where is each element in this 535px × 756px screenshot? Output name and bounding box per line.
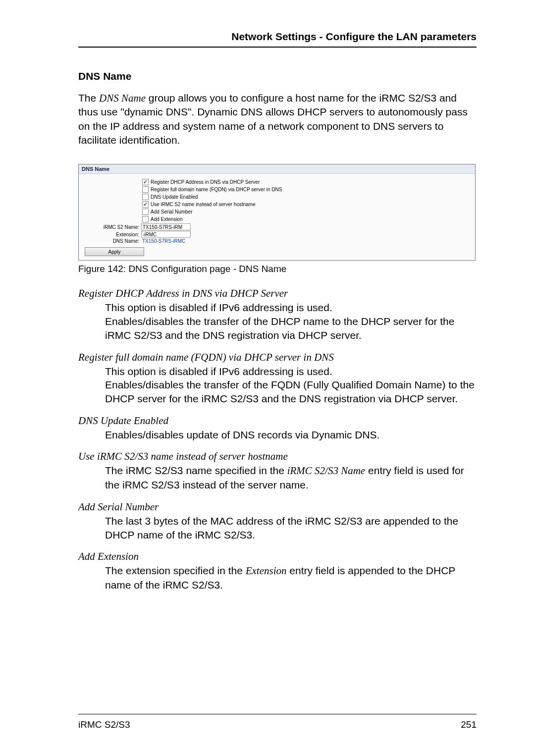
dns-name-label: DNS Name: [82,238,141,244]
definition-body: This option is disabled if IPv6 addressi… [105,301,477,342]
checkbox[interactable] [142,186,149,193]
checkbox[interactable] [142,194,149,200]
option-row: Register DHCP Address in DNS via DHCP Se… [82,179,472,185]
header-rule [78,47,477,48]
option-row: Register full domain name (FQDN) via DHC… [82,186,472,193]
apply-button[interactable]: Apply [85,247,144,256]
definition-body: The extension specified in the Extension… [105,564,477,592]
irmc-name-row: iRMC S2 Name: [82,223,472,230]
option-row: Add Extension [82,216,472,222]
definition-term: DNS Update Enabled [78,415,477,427]
definition-term: Use iRMC S2/S3 name instead of server ho… [78,450,477,463]
intro-term: DNS Name [99,92,146,104]
panel-title: DNS Name [79,164,475,174]
option-row: Add Serial Number [82,209,472,215]
irmc-name-label: iRMC S2 Name: [82,224,141,230]
definition-body: The last 3 bytes of the MAC address of t… [105,514,477,541]
page-header-title: Network Settings - Configure the LAN par… [78,31,477,47]
definition-body: This option is disabled if IPv6 addressi… [105,365,477,406]
definition-term: Add Serial Number [78,501,477,513]
checkbox[interactable] [142,216,149,222]
checkbox[interactable] [142,179,149,185]
panel-content: Register DHCP Address in DNS via DHCP Se… [79,174,475,260]
footer-page-number: 251 [461,719,477,730]
checkbox[interactable] [142,201,149,208]
definition-body: Enables/disables update of DNS records v… [105,428,477,442]
option-row: DNS Update Enabled [82,194,472,200]
dns-name-panel: DNS Name Register DHCP Address in DNS vi… [78,164,476,261]
dns-name-row: DNS Name: TX150-S7RS-iRMC [82,238,472,244]
option-label: Add Serial Number [151,209,192,215]
intro-pre: The [78,92,99,104]
footer-left: iRMC S2/S3 [78,719,130,730]
intro-paragraph: The DNS Name group allows you to configu… [78,91,477,147]
footer-rule [78,714,477,714]
figure-caption: Figure 142: DNS Configuration page - DNS… [78,264,477,274]
extension-row: Extension: [82,231,472,238]
definition-term: Register DHCP Address in DNS via DHCP Se… [78,287,477,300]
option-label: Register DHCP Address in DNS via DHCP Se… [151,179,260,185]
option-row: Use iRMC S2 name instead of server hostn… [82,201,472,208]
checkbox[interactable] [142,209,149,215]
option-label: Add Extension [151,216,183,222]
page-footer: iRMC S2/S3 251 [78,714,477,730]
option-label: DNS Update Enabled [151,194,198,200]
extension-label: Extension: [82,232,141,237]
section-heading: DNS Name [78,70,477,82]
irmc-name-input[interactable] [141,223,191,230]
extension-input[interactable] [141,231,191,238]
definition-body: The iRMC S2/S3 name specified in the iRM… [105,464,477,491]
definition-term: Register full domain name (FQDN) via DHC… [78,351,477,364]
option-label: Register full domain name (FQDN) via DHC… [151,187,282,192]
definition-term: Add Extension [78,550,477,563]
dns-name-value: TX150-S7RS-iRMC [141,238,185,244]
option-label: Use iRMC S2 name instead of server hostn… [151,202,256,207]
